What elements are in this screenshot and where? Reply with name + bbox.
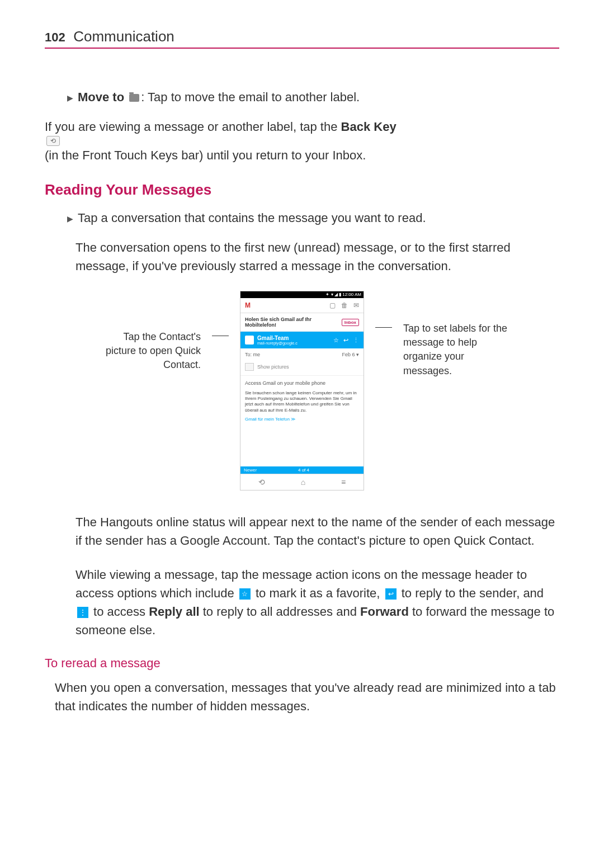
nav-back-icon[interactable]: ⟲ <box>258 478 265 487</box>
move-to-text: Move to : Tap to move the email to anoth… <box>78 88 360 106</box>
nav-home-icon[interactable]: ⌂ <box>301 478 305 487</box>
page-header: 102 Communication <box>45 28 559 49</box>
subject-text: Holen Sie sich Gmail auf Ihr Mobiltelefo… <box>245 317 342 328</box>
delete-icon[interactable]: 🗑 <box>341 301 348 309</box>
sender-actions: ☆ ↩ ⋮ <box>333 337 359 344</box>
message-body: Access Gmail on your mobile phone Sie br… <box>240 376 364 427</box>
text: to access <box>90 605 149 619</box>
tap-conversation-text: Tap a conversation that contains the mes… <box>78 209 426 227</box>
message-meta: To: me Feb 6 ▾ <box>240 348 364 361</box>
overflow-action-icon: ⋮ <box>77 607 88 618</box>
date-field: Feb 6 ▾ <box>342 352 359 357</box>
newer-button[interactable]: Newer <box>240 468 284 473</box>
mail-icon[interactable]: ✉ <box>353 301 359 309</box>
back-key-label: Back Key <box>341 120 397 134</box>
inbox-label-chip[interactable]: Inbox <box>342 319 359 326</box>
to-field: To: me <box>245 352 260 357</box>
header-actions: ▢ 🗑 ✉ <box>329 301 359 309</box>
phone-screenshot: ✦ ▾ ◢ ▮ 12:00 AM M ▢ 🗑 ✉ Holen Sie sich … <box>240 291 364 490</box>
spacer <box>240 427 364 466</box>
status-bar: ✦ ▾ ◢ ▮ 12:00 AM <box>240 291 364 298</box>
callout-line-icon <box>212 336 229 336</box>
conversation-counter-bar: Newer 4 of 4 <box>240 466 364 474</box>
status-time: 12:00 AM <box>342 292 361 297</box>
action-icons-paragraph: While viewing a message, tap the message… <box>76 565 559 639</box>
text: to mark it as a favorite, <box>252 586 384 600</box>
tap-conversation-bullet: ▶ Tap a conversation that contains the m… <box>67 209 559 227</box>
show-pictures-label: Show pictures <box>257 364 289 370</box>
sender-bar: Gmail-Team mail-noreply@google.c ☆ ↩ ⋮ <box>240 332 364 348</box>
nav-bar: ⟲ ⌂ ≡ <box>240 474 364 490</box>
text: If you are viewing a message or another … <box>45 120 341 134</box>
heading-reading-messages: Reading Your Messages <box>45 181 559 199</box>
move-to-desc: : Tap to move the email to another label… <box>141 90 360 104</box>
body-link[interactable]: Gmail für mein Telefon ≫ <box>245 417 359 422</box>
body-title: Access Gmail on your mobile phone <box>245 380 359 387</box>
callout-line-icon <box>375 327 392 328</box>
star-icon[interactable]: ☆ <box>333 337 339 344</box>
nav-menu-icon[interactable]: ≡ <box>341 478 346 487</box>
forward-label: Forward <box>360 605 409 619</box>
show-pictures-row[interactable]: Show pictures <box>240 361 364 376</box>
subject-row: Holen Sie sich Gmail auf Ihr Mobiltelefo… <box>240 313 364 332</box>
section-title: Communication <box>73 28 174 45</box>
contact-picture[interactable] <box>245 336 254 345</box>
move-to-bullet: ▶ Move to : Tap to move the email to ano… <box>67 88 559 106</box>
bullet-arrow-icon: ▶ <box>67 213 73 225</box>
reply-action-icon: ↩ <box>385 588 397 600</box>
gmail-logo-icon: M <box>245 301 251 309</box>
hangouts-paragraph: The Hangouts online status will appear n… <box>76 513 559 550</box>
folder-icon <box>129 94 139 102</box>
phone-figure: Tap the Contact's picture to open Quick … <box>45 291 559 490</box>
move-to-label: Move to <box>78 90 124 104</box>
back-key-paragraph: If you are viewing a message or another … <box>45 117 559 164</box>
heading-reread: To reread a message <box>45 656 559 671</box>
callout-right: Tap to set labels for the message to hel… <box>403 291 509 378</box>
reply-icon[interactable]: ↩ <box>343 337 348 344</box>
picture-thumb-icon <box>245 363 254 371</box>
manual-page: 102 Communication ▶ Move to : Tap to mov… <box>0 0 604 776</box>
status-icons: ✦ ▾ ◢ ▮ <box>325 292 341 297</box>
archive-icon[interactable]: ▢ <box>329 301 336 309</box>
bullet-arrow-icon: ▶ <box>67 92 73 104</box>
page-number: 102 <box>45 30 65 44</box>
text: (in the Front Touch Keys bar) until you … <box>45 148 366 162</box>
text: to reply to all addresses and <box>200 605 360 619</box>
sender-name: Gmail-Team <box>257 335 298 341</box>
text: to reply to the sender, and <box>398 586 544 600</box>
conversation-opens-text: The conversation opens to the first new … <box>76 238 559 275</box>
reply-all-label: Reply all <box>149 605 199 619</box>
reread-paragraph: When you open a conversation, messages t… <box>55 678 559 715</box>
callout-left: Tap the Contact's picture to open Quick … <box>95 291 201 372</box>
back-key-icon: ⟲ <box>46 136 60 146</box>
counter-text: 4 of 4 <box>284 468 323 473</box>
gmail-header: M ▢ 🗑 ✉ <box>240 298 364 313</box>
favorite-icon: ☆ <box>239 588 251 600</box>
body-text: Sie brauchen schon lange keinen Computer… <box>245 390 359 414</box>
sender-email: mail-noreply@google.c <box>257 341 298 345</box>
overflow-icon[interactable]: ⋮ <box>353 337 359 344</box>
